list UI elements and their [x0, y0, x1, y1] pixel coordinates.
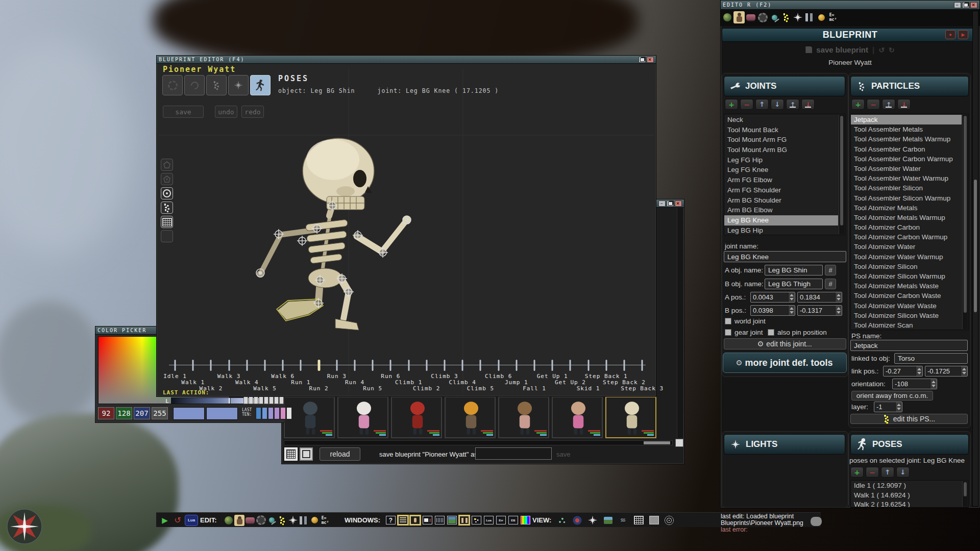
particles-list-item[interactable]: Tool Assembler Water Warmup [851, 173, 962, 183]
character-icon[interactable] [234, 515, 244, 526]
recent-swatch[interactable] [268, 407, 274, 419]
move-joint-up-button[interactable]: ↑ [755, 99, 769, 110]
timeline-tick[interactable] [552, 360, 553, 371]
joint-markers[interactable] [256, 201, 411, 308]
terrain-icon[interactable] [224, 515, 234, 526]
image-window-icon[interactable] [423, 516, 432, 524]
particles-list-item[interactable]: Tool Atomizer Water Waste [851, 301, 962, 311]
a-pos-x-spinner[interactable]: 0.0043 [750, 292, 795, 303]
joints-list-item[interactable]: Tool Mount Arm FG [724, 135, 838, 145]
move-pose-down-button[interactable]: ↓ [896, 467, 910, 478]
link-pos-x-spinner[interactable]: -0.27 [883, 366, 923, 377]
pentagon-star-icon[interactable] [161, 173, 173, 185]
layer-spinner[interactable]: -1 [874, 402, 902, 412]
timeline-tick[interactable] [587, 360, 589, 371]
vehicle-icon[interactable] [745, 11, 756, 23]
orbit-icon[interactable] [571, 514, 584, 527]
play-button[interactable]: ▶ [958, 30, 968, 39]
move-ps-bottom-button[interactable]: ↓ [897, 99, 911, 110]
particles-list-item[interactable]: Tool Assembler Silicon [851, 183, 962, 193]
timeline-tick[interactable] [408, 360, 409, 371]
timeline-tick[interactable] [372, 360, 374, 371]
winrestore-icon[interactable] [667, 201, 674, 207]
save-button[interactable]: save [163, 106, 204, 118]
winrestore-icon[interactable] [639, 57, 646, 63]
palette-swatch[interactable] [264, 396, 268, 404]
spinner-arrows[interactable] [916, 366, 922, 376]
palette-window-icon[interactable] [521, 516, 530, 524]
editor-panel-titlebar[interactable]: EDITO R (F2) [721, 1, 979, 10]
scrollbar-corner-button[interactable] [675, 439, 683, 447]
move-pose-up-button[interactable]: ↑ [881, 467, 894, 478]
burst-icon[interactable] [288, 515, 298, 526]
timeline-tick[interactable] [192, 360, 194, 371]
restart-icon[interactable]: ↺ [172, 514, 183, 527]
joint-name-input[interactable]: Leg BG Knee [724, 251, 846, 262]
character-icon[interactable] [733, 11, 745, 23]
joints-list-item[interactable]: Leg FG Hip [724, 155, 838, 165]
a-obj-pick-button[interactable]: # [825, 265, 836, 276]
particles-list-item[interactable]: Tool Atomizer Metals Warmup [851, 213, 962, 222]
particles-list-item[interactable]: Tool Atomizer Silicon Warmup [851, 271, 962, 281]
joints-list-item[interactable]: Arm FG Elbow [724, 175, 838, 185]
save-blueprint-button[interactable]: save blueprint [816, 45, 868, 54]
emc2-icon[interactable]: E= mc² [827, 11, 839, 23]
particles-list-item[interactable]: Tool Atomizer Carbon [851, 222, 962, 232]
palette-swatch[interactable] [249, 396, 253, 404]
single-view-button[interactable] [300, 447, 313, 461]
joints-list-item[interactable]: Neck [724, 115, 838, 125]
record-button[interactable]: ● [945, 30, 955, 39]
particles-gold-icon[interactable] [780, 11, 792, 23]
green-value[interactable]: 128 [116, 407, 132, 419]
ball-icon[interactable] [309, 515, 320, 526]
pin-position-checkbox[interactable] [768, 329, 774, 336]
joints-scrollbar[interactable] [839, 115, 844, 234]
lua-window-icon[interactable]: Lua [484, 516, 494, 524]
timeline-tick[interactable] [498, 360, 499, 371]
particles-list-item[interactable]: Tool Assembler Water [851, 164, 962, 173]
particles-list-item[interactable]: Tool Atomizer Scan [851, 320, 962, 330]
list-window-icon[interactable] [398, 516, 408, 524]
particles-list-item[interactable]: Tool Atomizer Metals Waste [851, 281, 962, 291]
pose-timeline[interactable]: Idle 1 Walk 1 Walk 2 Walk 3 Walk 4 Walk … [169, 360, 654, 391]
particles-list-item[interactable]: Tool Assembler Carbon Warmup [851, 154, 962, 164]
particles-gold-icon[interactable] [277, 515, 287, 526]
timeline-tick[interactable] [228, 360, 230, 371]
move-joint-down-button[interactable]: ↓ [771, 99, 784, 110]
joints-list-item[interactable]: Tool Mount Arm BG [724, 145, 838, 155]
emc2-icon[interactable]: E= mc² [320, 515, 330, 526]
joints-list-item[interactable]: Arm BG Shoulder [724, 195, 838, 206]
add-joint-button[interactable]: + [725, 99, 738, 110]
ps-name-input[interactable]: Jetpack [850, 340, 968, 351]
grid-view-button[interactable] [284, 447, 298, 461]
move-ps-top-button[interactable]: ↑ [882, 99, 895, 110]
winminimize-icon[interactable] [658, 201, 666, 207]
sprite-horizontal-scrollbar[interactable] [284, 440, 673, 445]
red-value[interactable]: 92 [98, 407, 114, 419]
layers-icon[interactable] [617, 514, 630, 527]
sprite-thumbnail[interactable] [445, 396, 496, 438]
timeline-tick[interactable] [605, 360, 607, 371]
terrain-view-icon[interactable] [601, 514, 615, 527]
joints-list-item[interactable]: Tool Mount Back [724, 125, 838, 135]
blue-value[interactable]: 207 [134, 407, 150, 419]
particles-list-item[interactable]: Tool Assembler Metals [851, 124, 962, 134]
winminimize-icon[interactable] [954, 2, 961, 8]
slider-marker[interactable] [229, 398, 231, 404]
timeline-tick[interactable] [317, 360, 320, 371]
a-pos-y-spinner[interactable]: 0.1834 [797, 292, 842, 303]
play-icon[interactable]: ▶ [159, 514, 170, 527]
add-ps-button[interactable]: + [851, 99, 865, 110]
spinner-arrows[interactable] [961, 366, 967, 376]
burst-icon[interactable] [228, 75, 249, 95]
particles-list-item[interactable]: Tool Atomizer Silicon [851, 262, 962, 271]
winclose-icon[interactable] [647, 57, 654, 63]
wave-window-icon[interactable] [435, 516, 445, 524]
timeline-tick[interactable] [642, 360, 643, 371]
particles-list-item[interactable]: Jetpack [851, 115, 962, 124]
palette-swatch[interactable] [274, 396, 279, 404]
joints-list-item[interactable]: Arm FG Shoulder [724, 185, 838, 195]
joints-list[interactable]: NeckTool Mount BackTool Mount Arm FGTool… [724, 114, 845, 235]
save-as-input[interactable] [475, 447, 552, 460]
winclose-icon[interactable] [970, 2, 977, 8]
